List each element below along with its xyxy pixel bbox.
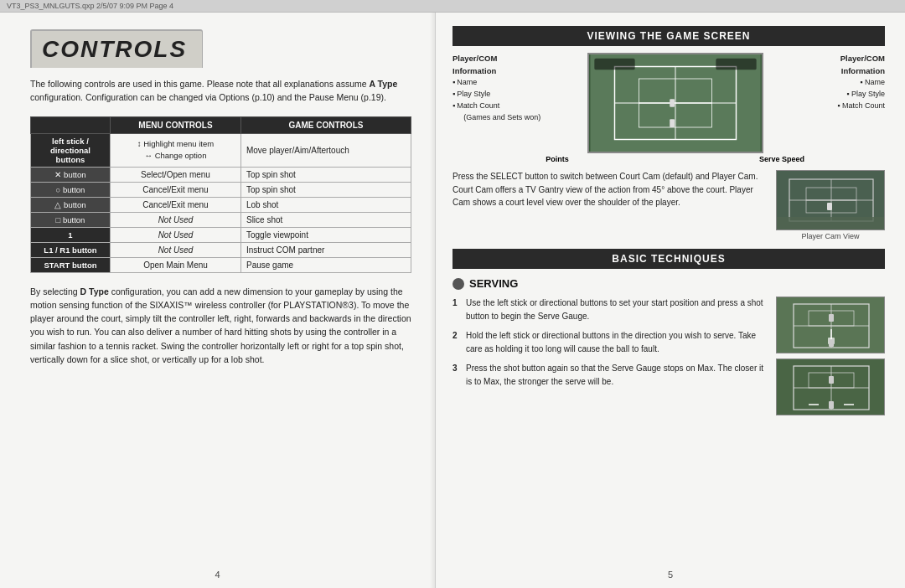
table-row: START button Open Main Menu Pause game	[31, 257, 411, 272]
step-1: 1 Use the left stick or directional butt…	[452, 297, 766, 322]
svg-rect-7	[670, 119, 675, 127]
screen-desc-area: Press the SELECT button to switch betwee…	[452, 170, 885, 240]
right-page: VIEWING THE GAME SCREEN Player/COMInform…	[436, 13, 905, 588]
menu-select: Not Used	[111, 227, 241, 242]
game-screen-image	[587, 53, 763, 153]
gs-right-title: Player/COMInformation	[809, 53, 885, 77]
gs-left-matchcount: ▪Match Count(Games and Sets won)	[452, 101, 540, 124]
button-label-circle: ○ button	[31, 182, 111, 197]
menu-cross: Select/Open menu	[111, 167, 241, 182]
serving-images	[776, 297, 885, 415]
serving-steps: 1 Use the left stick or directional butt…	[452, 297, 766, 415]
serving-dot-icon	[452, 278, 464, 290]
intro-text: The following controls are used in this …	[30, 78, 411, 105]
serving-title: SERVING	[469, 277, 518, 290]
player-cam-label: Player Cam View	[802, 232, 860, 240]
intro-bold: A Type	[369, 79, 397, 89]
button-label-start: START button	[31, 257, 111, 272]
table-row: □ button Not Used Slice shot	[31, 212, 411, 227]
game-circle: Top spin shot	[240, 182, 411, 197]
table-header-menu: MENU CONTROLS	[111, 116, 241, 133]
menu-dpad: ↕ Highlight menu item↔ Change option	[111, 133, 241, 167]
menu-circle: Cancel/Exit menu	[111, 182, 241, 197]
top-bar-text: VT3_PS3_MNLGUTS.qxp 2/5/07 9:09 PM Page …	[7, 2, 173, 10]
serve-image-2	[776, 358, 885, 415]
button-label-square: □ button	[31, 212, 111, 227]
svg-rect-9	[716, 59, 756, 70]
table-row: ○ button Cancel/Exit menu Top spin shot	[31, 182, 411, 197]
screen-description: Press the SELECT button to switch betwee…	[452, 170, 768, 232]
gs-points-label: Points	[546, 155, 569, 163]
svg-rect-6	[670, 99, 675, 107]
game-start: Pause game	[240, 257, 411, 272]
top-bar: VT3_PS3_MNLGUTS.qxp 2/5/07 9:09 PM Page …	[0, 0, 905, 13]
svg-rect-33	[829, 376, 834, 384]
table-header-empty	[31, 116, 111, 133]
step-2-text: Hold the left stick or directional butto…	[466, 329, 766, 355]
controls-table: MENU CONTROLS GAME CONTROLS left stick /…	[30, 116, 411, 273]
menu-l1r1: Not Used	[111, 242, 241, 257]
player-cam-image	[776, 170, 885, 230]
gs-servespeed-label: Serve Speed	[759, 155, 804, 163]
svg-rect-25	[829, 339, 834, 347]
game-square: Slice shot	[240, 212, 411, 227]
svg-rect-26	[829, 314, 834, 322]
page-number-left: 4	[215, 570, 220, 580]
section1-header: VIEWING THE GAME SCREEN	[452, 26, 885, 46]
button-label-leftstick: left stick /directional buttons	[31, 133, 111, 167]
step-1-num: 1	[452, 297, 463, 322]
player-cam-area: Player Cam View	[776, 170, 885, 240]
step-2-num: 2	[452, 329, 463, 355]
gs-right-matchcount: ▪ Match Count	[809, 101, 885, 112]
menu-triangle: Cancel/Exit menu	[111, 197, 241, 212]
gs-left-title: Player/COMInformation	[452, 53, 540, 77]
gs-left-playstyle: ▪Play Style	[452, 89, 540, 101]
menu-square: Not Used	[111, 212, 241, 227]
bottom-text: By selecting D Type configuration, you c…	[30, 285, 411, 367]
table-header-game: GAME CONTROLS	[240, 116, 411, 133]
table-row: 1 Not Used Toggle viewpoint	[31, 227, 411, 242]
gs-right-labels: Player/COMInformation ▪ Name ▪ Play Styl…	[809, 53, 885, 112]
button-label-select: 1	[31, 227, 111, 242]
gs-left-name: ▪Name	[452, 77, 540, 89]
button-label-l1r1: L1 / R1 button	[31, 242, 111, 257]
svg-rect-8	[594, 59, 634, 70]
game-select: Toggle viewpoint	[240, 227, 411, 242]
step-3-text: Press the shot button again so that the …	[466, 362, 766, 388]
table-row: left stick /directional buttons ↕ Highli…	[31, 133, 411, 167]
page-number-right: 5	[668, 570, 673, 580]
gs-right-playstyle: ▪ Play Style	[809, 89, 885, 101]
serving-title-area: SERVING	[452, 277, 885, 290]
table-row: L1 / R1 button Not Used Instruct COM par…	[31, 242, 411, 257]
step-3: 3 Press the shot button again so that th…	[452, 362, 766, 388]
controls-title-area: CONTROLS	[30, 29, 411, 68]
game-l1r1: Instruct COM partner	[240, 242, 411, 257]
gs-right-name: ▪ Name	[809, 77, 885, 89]
game-screen-container: Points Serve Speed	[546, 53, 804, 163]
table-row: △ button Cancel/Exit menu Lob shot	[31, 197, 411, 212]
svg-rect-16	[827, 203, 832, 210]
svg-rect-32	[829, 401, 834, 409]
svg-rect-17	[777, 217, 885, 230]
d-type-bold: D Type	[80, 286, 109, 297]
step-1-text: Use the left stick or directional button…	[466, 297, 766, 322]
gs-bottom-labels: Points Serve Speed	[546, 155, 804, 163]
table-row: ✕ button Select/Open menu Top spin shot	[31, 167, 411, 182]
button-label-triangle: △ button	[31, 197, 111, 212]
step-2: 2 Hold the left stick or directional but…	[452, 329, 766, 355]
section2-header: BASIC TECHNIQUES	[452, 249, 885, 269]
button-label-cross: ✕ button	[31, 167, 111, 182]
left-page: CONTROLS The following controls are used…	[0, 13, 436, 588]
game-cross: Top spin shot	[240, 167, 411, 182]
gs-left-labels: Player/COMInformation ▪Name ▪Play Style …	[452, 53, 540, 124]
menu-start: Open Main Menu	[111, 257, 241, 272]
game-triangle: Lob shot	[240, 197, 411, 212]
serve-image-1	[776, 297, 885, 353]
step-3-num: 3	[452, 362, 463, 388]
serving-area: 1 Use the left stick or directional butt…	[452, 297, 885, 415]
game-dpad: Move player/Aim/Aftertouch	[240, 133, 411, 167]
controls-title: CONTROLS	[30, 29, 203, 68]
